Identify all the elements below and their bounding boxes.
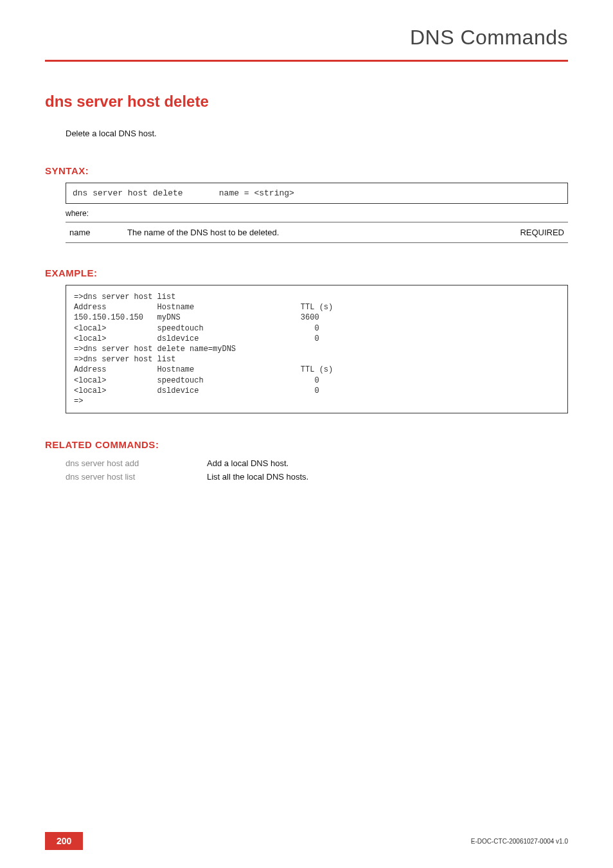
param-name: name — [66, 222, 123, 243]
accent-rule — [45, 60, 568, 62]
related-row: dns server host add Add a local DNS host… — [66, 457, 308, 470]
syntax-heading: SYNTAX: — [45, 165, 568, 176]
example-heading: EXAMPLE: — [45, 267, 568, 278]
example-box: =>dns server host list Address Hostname … — [66, 285, 568, 413]
syntax-box: dns server host delete name = <string> — [66, 183, 568, 204]
page-number: 200 — [45, 832, 83, 850]
related-command-name: dns server host list — [66, 470, 207, 484]
syntax-command: dns server host delete — [73, 188, 214, 198]
command-description: Delete a local DNS host. — [66, 129, 568, 138]
syntax-args: name = <string> — [219, 188, 294, 198]
related-command-desc: Add a local DNS host. — [207, 457, 308, 470]
chapter-title: DNS Commands — [45, 26, 568, 60]
param-desc: The name of the DNS host to be deleted. — [123, 222, 497, 243]
footer: 200 E-DOC-CTC-20061027-0004 v1.0 — [45, 832, 568, 850]
related-heading: RELATED COMMANDS: — [45, 439, 568, 450]
doc-id: E-DOC-CTC-20061027-0004 v1.0 — [471, 838, 568, 845]
related-row: dns server host list List all the local … — [66, 470, 308, 484]
command-title: dns server host delete — [45, 93, 568, 111]
related-table: dns server host add Add a local DNS host… — [66, 457, 308, 484]
param-required: REQUIRED — [497, 222, 568, 243]
where-label: where: — [66, 209, 568, 218]
param-table: name The name of the DNS host to be dele… — [66, 222, 568, 243]
related-command-desc: List all the local DNS hosts. — [207, 470, 308, 484]
param-row: name The name of the DNS host to be dele… — [66, 222, 568, 243]
related-command-name: dns server host add — [66, 457, 207, 470]
